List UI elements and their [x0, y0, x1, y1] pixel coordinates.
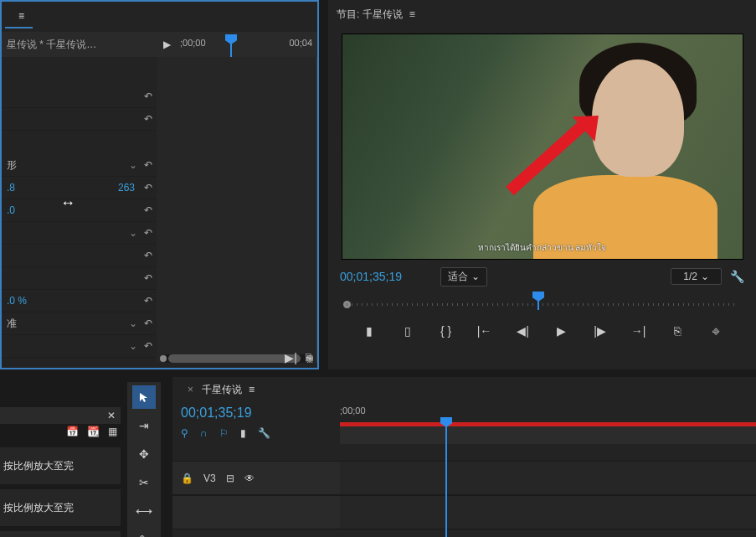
- program-playhead[interactable]: [532, 292, 544, 302]
- transport-controls: ▮ ▯ { } |← ◀| ▶ |▶ →| ⎘ ⎆: [340, 318, 744, 343]
- panel-menu-icon[interactable]: ≡: [409, 8, 415, 20]
- prop-row-4[interactable]: ⌄↶: [2, 222, 157, 245]
- chevron-down-icon[interactable]: ⌄: [126, 227, 140, 239]
- chevron-down-icon: ⌄: [701, 271, 709, 282]
- chevron-down-icon: ⌄: [471, 271, 480, 282]
- reset-icon[interactable]: ↶: [140, 340, 157, 352]
- go-to-out-icon[interactable]: →|: [630, 322, 648, 340]
- prop-shape[interactable]: 形⌄↶: [2, 154, 157, 177]
- track-label[interactable]: V3: [203, 472, 216, 484]
- razor-tool[interactable]: ✂: [132, 471, 156, 494]
- reset-icon[interactable]: ↶: [140, 227, 157, 239]
- program-timecode[interactable]: 00;01;35;19: [340, 270, 432, 283]
- magnet-icon[interactable]: ∩: [200, 427, 208, 439]
- effect-tab[interactable]: ≡: [5, 5, 33, 28]
- program-title-bar: 节目: 千星传说 ≡: [328, 0, 756, 28]
- project-panel: ✕ 📅 📆 ▦ 按比例放大至完 按比例放大至完 按比例放大至完: [0, 407, 121, 537]
- prop-standard[interactable]: 准⌄↶: [2, 312, 157, 335]
- marker-icon[interactable]: ▮: [240, 427, 246, 439]
- chevron-down-icon[interactable]: ⌄: [126, 318, 140, 329]
- slip-tool[interactable]: ⟷: [132, 499, 156, 523]
- ruler-start: ;00;00: [180, 38, 206, 48]
- track-header[interactable]: [172, 496, 340, 529]
- program-title: 节目: 千星传说: [337, 8, 403, 22]
- timeline-tracks: 🔒 V3 ⊟ 👁: [172, 461, 756, 495]
- lift-icon[interactable]: ⎘: [668, 322, 687, 340]
- prop-value[interactable]: 263: [118, 182, 135, 194]
- program-controls: 00;01;35;19 适合⌄ 1/2⌄ 🔧 ▮ ▯ { } |← ◀| ▶ |…: [328, 260, 756, 343]
- ripple-edit-tool[interactable]: ✥: [132, 442, 156, 466]
- reset-icon[interactable]: ↶: [140, 272, 157, 284]
- reset-icon[interactable]: ↶: [140, 204, 157, 216]
- close-icon[interactable]: ×: [188, 384, 193, 395]
- date-icon[interactable]: 📆: [87, 426, 100, 442]
- effect-clip-name: 星传说 * 千星传说…: [2, 38, 158, 52]
- track-content[interactable]: [340, 496, 756, 529]
- zoom-dropdown[interactable]: 1/2⌄: [671, 268, 722, 285]
- mark-in-icon[interactable]: ▮: [360, 322, 378, 340]
- step-forward-icon[interactable]: |▶: [591, 322, 609, 340]
- render-bar: [340, 422, 756, 426]
- extract-icon[interactable]: ⎆: [707, 322, 725, 340]
- effect-playhead[interactable]: [225, 34, 237, 54]
- chevron-down-icon[interactable]: ⌄: [126, 340, 140, 352]
- prop-opacity[interactable]: .0 %↶: [2, 290, 157, 312]
- go-to-in-icon[interactable]: |←: [476, 322, 494, 340]
- track-select-tool[interactable]: ⇥: [132, 414, 156, 437]
- grid-icon[interactable]: ▦: [108, 426, 117, 442]
- effect-clip-header: 星传说 * 千星传说… ▶ ;00;00 00;04: [2, 32, 317, 57]
- loop-icon[interactable]: ▶|: [285, 351, 297, 364]
- lock-icon[interactable]: 🔒: [181, 472, 193, 484]
- eye-icon[interactable]: 👁: [244, 472, 255, 484]
- effect-preview-play[interactable]: ▶: [158, 39, 175, 50]
- project-item[interactable]: 按比例放大至完: [0, 531, 121, 537]
- snap-icon[interactable]: ⚲: [181, 427, 188, 439]
- project-item[interactable]: 按比例放大至完: [0, 489, 121, 526]
- panel-menu-icon[interactable]: ≡: [18, 10, 24, 22]
- sequence-name: 千星传说: [202, 383, 242, 397]
- timeline-playhead[interactable]: [440, 417, 452, 427]
- target-icon[interactable]: ⊟: [226, 472, 234, 484]
- time-marker: ;00;00: [340, 405, 366, 416]
- reset-icon[interactable]: ↶: [140, 182, 157, 194]
- step-back-icon[interactable]: ◀|: [514, 322, 532, 340]
- prop-row-3[interactable]: .0↶: [2, 199, 157, 222]
- reset-icon[interactable]: ↶: [140, 250, 157, 261]
- reset-icon[interactable]: ↶: [140, 113, 157, 125]
- track-header-v3[interactable]: 🔒 V3 ⊟ 👁: [172, 462, 340, 495]
- panel-menu-icon[interactable]: ≡: [249, 384, 255, 395]
- timeline-timecode[interactable]: 00;01;35;19: [181, 405, 332, 421]
- track-v3-content[interactable]: [340, 462, 756, 495]
- calendar-icon[interactable]: 📅: [66, 426, 79, 442]
- chevron-down-icon[interactable]: ⌄: [126, 159, 140, 171]
- program-monitor: 节目: 千星传说 ≡ หากเราได้ยินคำกล่าวขาน ลมหัวใ…: [328, 0, 756, 369]
- program-scrub-bar[interactable]: [340, 292, 744, 313]
- timeline-panel: × 千星传说 ≡ 00;01;35;19 ⚲ ∩ ⚐ ▮ 🔧 ;00;00 🔒 …: [172, 377, 756, 537]
- mark-clip-icon[interactable]: { }: [437, 322, 455, 340]
- project-item[interactable]: 按比例放大至完: [0, 447, 121, 484]
- panel-close[interactable]: ✕: [0, 407, 121, 424]
- linked-selection-icon[interactable]: ⚐: [219, 427, 229, 439]
- pen-tool[interactable]: ✎: [132, 528, 156, 537]
- effect-timeline-ruler[interactable]: ;00;00 00;04: [175, 33, 317, 56]
- tools-panel: ⇥ ✥ ✂ ⟷ ✎: [127, 382, 161, 537]
- effect-properties-list: ↶ ↶ 形⌄↶ .8263↶ .0↶ ⌄↶ ↶ ↶ .0 %↶ 准⌄↶ ⌄↶: [2, 57, 157, 358]
- wrench-icon[interactable]: 🔧: [730, 270, 744, 283]
- export-icon[interactable]: ⎘: [306, 351, 312, 364]
- reset-icon[interactable]: ↶: [140, 90, 157, 102]
- fit-dropdown[interactable]: 适合⌄: [440, 267, 487, 287]
- program-viewport[interactable]: หากเราได้ยินคำกล่าวขาน ลมหัวใจ: [342, 34, 743, 260]
- prop-position[interactable]: .8263↶: [2, 177, 157, 199]
- reset-icon[interactable]: ↶: [140, 159, 157, 171]
- play-icon[interactable]: ▶: [553, 322, 571, 340]
- sequence-tab[interactable]: × 千星传说 ≡: [172, 377, 756, 402]
- keyframe-area[interactable]: [157, 57, 317, 363]
- mark-out-icon[interactable]: ▯: [399, 322, 417, 340]
- reset-icon[interactable]: ↶: [140, 318, 157, 329]
- timeline-ruler[interactable]: ;00;00: [340, 402, 756, 461]
- reset-icon[interactable]: ↶: [140, 295, 157, 307]
- wrench-icon[interactable]: 🔧: [258, 427, 270, 439]
- video-content: [592, 59, 684, 177]
- effect-tab-bar: ≡: [2, 2, 317, 32]
- selection-tool[interactable]: [132, 385, 156, 409]
